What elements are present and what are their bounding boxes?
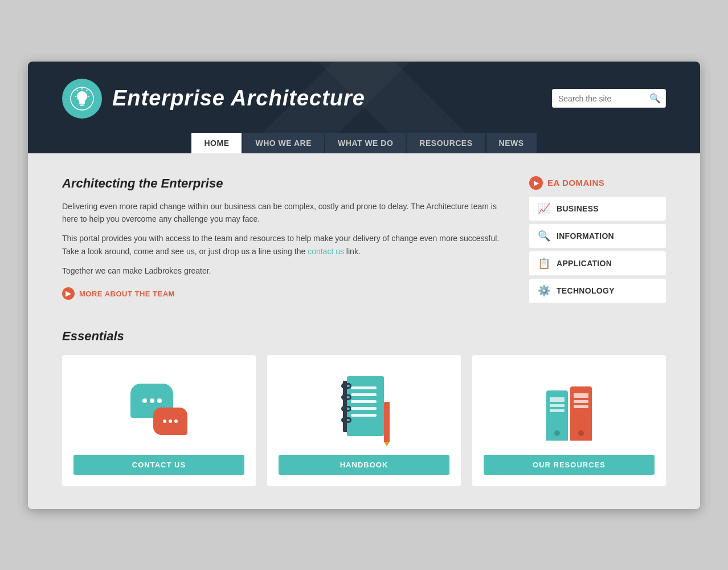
- site-title: Enterprise Architecture: [112, 86, 365, 111]
- essentials-title: Essentials: [62, 329, 666, 344]
- search-input[interactable]: [558, 94, 649, 103]
- essentials-section: Essentials: [62, 329, 666, 486]
- search-icon: 🔍: [649, 93, 661, 104]
- essentials-grid: CONTACT US: [62, 355, 666, 486]
- nav-item-resources[interactable]: RESOURCES: [407, 133, 485, 153]
- bubble-small: [153, 408, 187, 435]
- domain-item-business[interactable]: 📈 BUSINESS: [529, 197, 666, 221]
- binders-icon: [546, 378, 592, 441]
- ea-domains-header: ▶ EA DOMAINS: [529, 176, 666, 190]
- binder-teal: [546, 390, 568, 441]
- svg-rect-1: [79, 103, 85, 104]
- site-header: Enterprise Architecture 🔍 HOME WHO WE AR…: [28, 62, 700, 153]
- nav-item-what-we-do[interactable]: WHAT WE DO: [325, 133, 406, 153]
- site-main: Architecting the Enterprise Delivering e…: [28, 153, 700, 509]
- content-left: Architecting the Enterprise Delivering e…: [62, 176, 506, 306]
- domain-label-technology: TECHNOLOGY: [557, 286, 615, 295]
- nav-item-home[interactable]: HOME: [191, 133, 242, 153]
- contact-us-icon-area: [128, 372, 190, 446]
- browser-frame: Enterprise Architecture 🔍 HOME WHO WE AR…: [28, 62, 700, 509]
- business-icon: 📈: [537, 202, 551, 215]
- nav-item-news[interactable]: NEWS: [486, 133, 537, 153]
- our-resources-card[interactable]: OUR RESOURCES: [472, 355, 666, 486]
- paragraph2-before: This portal provides you with access to …: [62, 234, 499, 255]
- domain-item-information[interactable]: 🔍 INFORMATION: [529, 224, 666, 248]
- more-link-label: MORE ABOUT THE TEAM: [79, 290, 175, 298]
- handbook-button[interactable]: HANDBOOK: [279, 455, 449, 475]
- svg-point-0: [71, 87, 93, 110]
- svg-line-5: [77, 90, 78, 91]
- logo-circle: [62, 79, 102, 119]
- contact-us-card[interactable]: CONTACT US: [62, 355, 256, 486]
- intro-paragraph-3: Together we can make Ladbrokes greater.: [62, 264, 506, 277]
- our-resources-button[interactable]: OUR RESOURCES: [484, 455, 655, 475]
- nav-item-who-we-are[interactable]: WHO WE ARE: [243, 133, 324, 153]
- ea-domains-arrow-icon: ▶: [529, 176, 543, 190]
- search-box[interactable]: 🔍: [552, 89, 666, 108]
- domain-item-application[interactable]: 📋 APPLICATION: [529, 251, 666, 275]
- our-resources-icon-area: [546, 372, 592, 446]
- information-icon: 🔍: [537, 230, 551, 242]
- domain-item-technology[interactable]: ⚙️ TECHNOLOGY: [529, 279, 666, 303]
- ea-domains-sidebar: ▶ EA DOMAINS 📈 BUSINESS 🔍 INFORMATION 📋 …: [529, 176, 666, 306]
- handbook-card[interactable]: HANDBOOK: [267, 355, 461, 486]
- contact-us-button[interactable]: CONTACT US: [73, 455, 244, 475]
- more-about-team-link[interactable]: ▶ MORE ABOUT THE TEAM: [62, 287, 506, 300]
- domain-label-application: APPLICATION: [557, 259, 612, 268]
- paragraph2-after: link.: [344, 247, 361, 256]
- intro-paragraph-2: This portal provides you with access to …: [62, 232, 506, 258]
- contact-us-link[interactable]: contact us: [308, 247, 344, 256]
- chat-bubbles-icon: [128, 381, 190, 438]
- logo-area: Enterprise Architecture: [62, 79, 365, 119]
- pencil-icon: [384, 402, 390, 442]
- page-heading: Architecting the Enterprise: [62, 176, 506, 191]
- svg-rect-2: [80, 104, 84, 105]
- domain-label-business: BUSINESS: [557, 204, 599, 213]
- lightbulb-icon: [70, 87, 94, 111]
- domain-label-information: INFORMATION: [557, 231, 614, 241]
- ea-domains-title: EA DOMAINS: [547, 178, 604, 188]
- site-nav: HOME WHO WE ARE WHAT WE DO RESOURCES NEW…: [62, 133, 666, 153]
- content-layout: Architecting the Enterprise Delivering e…: [62, 176, 666, 306]
- binder-red: [570, 386, 592, 441]
- application-icon: 📋: [537, 257, 551, 270]
- technology-icon: ⚙️: [537, 284, 551, 297]
- header-top: Enterprise Architecture 🔍: [62, 79, 666, 119]
- intro-paragraph-1: Delivering even more rapid change within…: [62, 200, 506, 226]
- more-link-arrow-icon: ▶: [62, 287, 75, 300]
- notebook-icon: [338, 376, 390, 442]
- handbook-icon-area: [338, 372, 390, 446]
- svg-line-4: [87, 90, 88, 91]
